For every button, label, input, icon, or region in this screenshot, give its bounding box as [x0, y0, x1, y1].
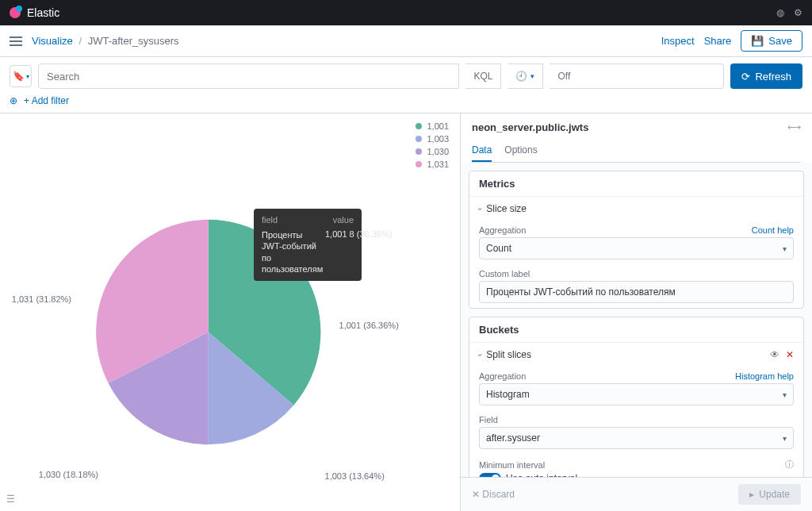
metrics-heading: Metrics	[469, 171, 803, 197]
tooltip-field: Проценты JWT-событий по пользователям	[262, 229, 322, 275]
bucket-agg-value: Histogram	[486, 389, 530, 400]
topbar: Elastic ◍ ⚙	[0, 0, 812, 25]
play-icon: ▸	[749, 489, 754, 500]
save-label: Save	[768, 35, 792, 47]
field-select[interactable]: after.sysuser ▾	[479, 427, 794, 449]
metrics-section: Metrics › Slice size Aggregation Count h…	[469, 171, 804, 309]
tooltip-field-header: field	[262, 215, 278, 225]
buckets-heading: Buckets	[469, 317, 803, 343]
legend-label: 1,003	[427, 134, 449, 144]
custom-label-label: Custom label	[479, 269, 530, 279]
aggregation-value: Count	[486, 243, 511, 254]
field-label: Field	[479, 415, 498, 425]
min-interval-label: Minimum interval	[479, 460, 545, 470]
chevron-down-icon: ▾	[783, 244, 787, 253]
legend-label: 1,001	[427, 121, 449, 131]
refresh-label: Refresh	[755, 71, 791, 83]
toggle-visibility-icon[interactable]: 👁	[770, 349, 779, 360]
user-icon[interactable]: ⚙	[794, 7, 802, 18]
legend-toggle-icon[interactable]: ☰	[6, 494, 15, 505]
filter-settings-icon[interactable]: ⊕	[10, 95, 17, 106]
share-link[interactable]: Share	[704, 35, 732, 47]
aggregation-select[interactable]: Count ▾	[479, 237, 794, 259]
split-slices-label: Split slices	[486, 349, 531, 360]
time-range-display[interactable]: Off	[550, 63, 724, 89]
discard-button[interactable]: ✕ Discard	[472, 489, 515, 500]
chart-tooltip: field value Проценты JWT-событий по поль…	[254, 209, 362, 281]
breadcrumb: Visualize / JWT-after_sysusers	[32, 35, 179, 47]
chart-area: 1,001 1,003 1,030 1,031 1,001 (36.36%) 1…	[0, 113, 460, 506]
sidebar-footer: ✕ Discard ▸ Update	[460, 477, 812, 506]
slice-size-label: Slice size	[486, 203, 527, 214]
chart-legend: 1,001 1,003 1,030 1,031	[416, 121, 449, 172]
slice-size-accordion[interactable]: › Slice size	[469, 197, 803, 221]
legend-item[interactable]: 1,030	[416, 147, 449, 156]
chevron-down-icon: ›	[476, 207, 485, 209]
tooltip-key: 1,001	[325, 229, 347, 239]
tab-options[interactable]: Options	[504, 140, 537, 162]
tooltip-value-header: value	[333, 215, 354, 225]
save-button[interactable]: 💾 Save	[741, 30, 802, 52]
update-label: Update	[759, 489, 790, 500]
refresh-icon: ⟳	[741, 71, 750, 83]
chevron-down-icon: ›	[476, 353, 485, 355]
add-filter-link[interactable]: + Add filter	[24, 95, 69, 106]
aggregation-label: Aggregation	[479, 225, 526, 235]
legend-item[interactable]: 1,031	[416, 159, 449, 169]
discard-label: Discard	[482, 489, 515, 500]
bucket-agg-label: Aggregation	[479, 371, 526, 381]
chevron-down-icon: ▾	[783, 434, 787, 443]
slice-label: 1,003 (13.64%)	[325, 471, 385, 481]
subheader: Visualize / JWT-after_sysusers Inspect S…	[0, 25, 812, 57]
query-bar: 🔖▾ KQL 🕘▾ Off ⟳ Refresh	[0, 57, 812, 95]
save-icon: 💾	[751, 35, 764, 47]
histogram-help-link[interactable]: Histogram help	[735, 371, 794, 381]
slice-label: 1,031 (31.82%)	[12, 294, 71, 304]
field-value: after.sysuser	[486, 432, 540, 444]
filter-bar: ⊕ + Add filter	[0, 95, 812, 113]
legend-item[interactable]: 1,003	[416, 134, 449, 144]
config-sidebar: ⟷ neon_server.public.jwts Data Options M…	[460, 113, 812, 506]
info-icon[interactable]: ⓘ	[785, 459, 794, 471]
slice-label: 1,001 (36.36%)	[339, 321, 399, 330]
time-picker[interactable]: 🕘▾	[508, 63, 543, 89]
update-button[interactable]: ▸ Update	[738, 484, 801, 505]
panel-menu-icon[interactable]: ⟷	[787, 121, 801, 133]
slice-label: 1,030 (18.18%)	[39, 470, 98, 479]
legend-label: 1,030	[427, 147, 449, 156]
saved-query-icon[interactable]: 🔖▾	[10, 65, 32, 87]
index-pattern-title: neon_server.public.jwts	[472, 121, 801, 133]
search-input[interactable]	[38, 63, 459, 89]
bucket-agg-select[interactable]: Histogram ▾	[479, 383, 794, 405]
legend-label: 1,031	[427, 159, 449, 169]
kql-toggle[interactable]: KQL	[465, 63, 501, 89]
remove-bucket-icon[interactable]: ✕	[786, 349, 794, 360]
refresh-button[interactable]: ⟳ Refresh	[730, 63, 802, 89]
breadcrumb-current: JWT-after_sysusers	[88, 35, 179, 47]
custom-label-input[interactable]	[479, 281, 794, 303]
news-icon[interactable]: ◍	[776, 7, 784, 18]
legend-item[interactable]: 1,001	[416, 121, 449, 131]
nav-toggle-icon[interactable]	[10, 36, 22, 46]
tooltip-value: 8 (36.36%)	[350, 229, 393, 239]
chevron-down-icon: ▾	[783, 390, 787, 399]
breadcrumb-root[interactable]: Visualize	[32, 35, 73, 47]
main-content: 1,001 1,003 1,030 1,031 1,001 (36.36%) 1…	[0, 113, 812, 506]
brand-name: Elastic	[27, 6, 59, 19]
count-help-link[interactable]: Count help	[752, 225, 794, 235]
clock-icon: 🕘	[515, 71, 527, 82]
split-slices-accordion[interactable]: › Split slices 👁 ✕	[469, 343, 803, 367]
inspect-link[interactable]: Inspect	[661, 35, 695, 47]
elastic-logo-icon	[10, 7, 21, 18]
tab-data[interactable]: Data	[472, 140, 492, 162]
